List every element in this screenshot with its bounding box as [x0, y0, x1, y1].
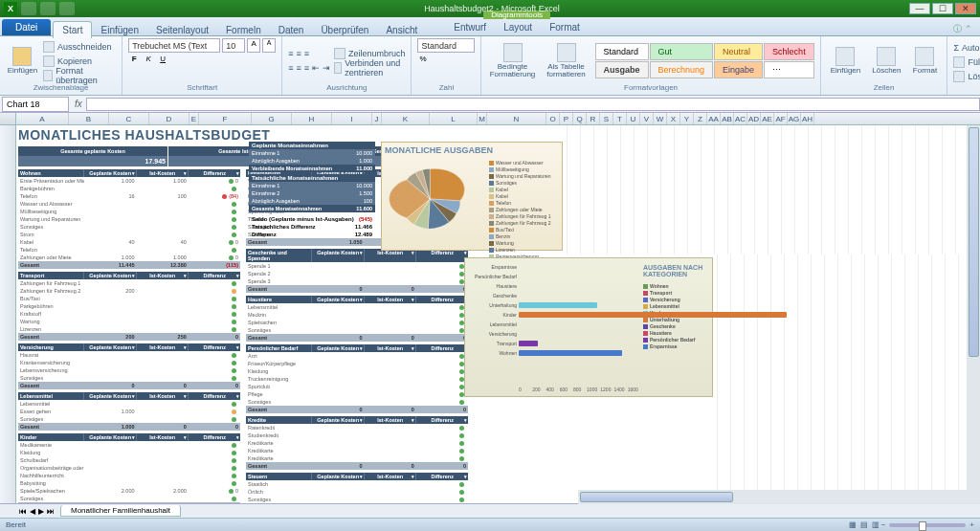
column-header[interactable]: B: [69, 113, 109, 124]
column-header[interactable]: Z: [694, 113, 707, 124]
zoom-slider[interactable]: [889, 523, 966, 527]
column-header[interactable]: Y: [680, 113, 694, 124]
table-row[interactable]: Trockenreinigung: [246, 375, 468, 383]
table-row[interactable]: Wartung und Reparaturen: [18, 215, 240, 223]
dropdown-icon[interactable]: Geplante Kosten: [83, 169, 136, 177]
dropdown-icon[interactable]: Ist-Kosten: [136, 272, 189, 279]
table-row[interactable]: Pflege: [246, 390, 468, 398]
dropdown-icon[interactable]: Ist-Kosten: [364, 296, 416, 303]
table-row[interactable]: Örtlich: [246, 488, 468, 496]
column-header[interactable]: AD: [747, 113, 761, 124]
close-button[interactable]: ✕: [955, 3, 976, 14]
column-header[interactable]: Q: [573, 113, 587, 124]
clear-button[interactable]: Löschen: [953, 70, 980, 83]
dropdown-icon[interactable]: Ist-Kosten: [136, 343, 189, 351]
number-format-select[interactable]: Standard: [417, 38, 475, 53]
italic-button[interactable]: K: [143, 55, 154, 63]
merge-center-button[interactable]: Verbinden und zentrieren: [334, 61, 406, 75]
column-header[interactable]: L: [430, 113, 478, 124]
table-row[interactable]: Staatlich: [246, 480, 468, 488]
column-header[interactable]: AF: [774, 113, 788, 124]
table-row[interactable]: Sonstiges: [246, 496, 468, 503]
vertical-scrollbar[interactable]: [967, 125, 980, 503]
table-row[interactable]: Sonstiges: [18, 415, 240, 423]
context-tab-layout[interactable]: Layout: [495, 19, 541, 35]
column-header[interactable]: O: [546, 113, 560, 124]
table-row[interactable]: Parkgebühren: [18, 302, 240, 310]
column-header[interactable]: M: [478, 113, 487, 124]
table-row[interactable]: Wasser und Abwasser: [18, 200, 240, 208]
dropdown-icon[interactable]: Differenz: [415, 344, 468, 352]
table-row[interactable]: Sonstiges: [18, 223, 240, 231]
maximize-button[interactable]: ☐: [932, 3, 953, 14]
table-row[interactable]: Sportclub: [246, 383, 468, 390]
dropdown-icon[interactable]: Ist-Kosten: [364, 249, 416, 262]
style-neutral[interactable]: Neutral: [714, 43, 763, 60]
column-header[interactable]: V: [640, 113, 654, 124]
dropdown-icon[interactable]: Differenz: [415, 473, 468, 480]
tab-nav-first-icon[interactable]: ⏮: [19, 507, 27, 516]
row-headers[interactable]: [0, 125, 16, 503]
dropdown-icon[interactable]: Geplante Kosten: [311, 296, 364, 303]
column-header[interactable]: A: [16, 113, 69, 124]
fill-button[interactable]: Füllbereich: [953, 55, 980, 69]
table-row[interactable]: Spende 2: [246, 270, 468, 277]
table-row[interactable]: Spende 1: [246, 262, 468, 270]
grow-font-icon[interactable]: A: [247, 38, 260, 53]
bold-button[interactable]: F: [128, 55, 140, 63]
view-layout-icon[interactable]: ▤: [860, 520, 868, 529]
table-row[interactable]: Telefon: [18, 246, 240, 254]
column-header[interactable]: AC: [734, 113, 747, 124]
table-row[interactable]: Ratenkredit: [246, 424, 468, 431]
dropdown-icon[interactable]: Geplante Kosten: [83, 392, 136, 400]
dropdown-icon[interactable]: Differenz: [415, 296, 468, 303]
column-header[interactable]: K: [382, 113, 430, 124]
table-row[interactable]: Strom: [18, 231, 240, 238]
font-name-select[interactable]: Trebuchet MS (Text: [128, 38, 220, 53]
tab-nav-next-icon[interactable]: ▶: [38, 507, 44, 516]
column-header[interactable]: G: [252, 113, 292, 124]
dropdown-icon[interactable]: Geplante Kosten: [311, 344, 364, 352]
table-row[interactable]: Studienkredit: [246, 431, 468, 439]
column-header[interactable]: W: [654, 113, 667, 124]
format-painter-button[interactable]: Format übertragen: [43, 69, 116, 82]
table-row[interactable]: Spende 3: [246, 277, 468, 285]
column-header[interactable]: AE: [761, 113, 774, 124]
context-tab-format[interactable]: Format: [541, 19, 589, 35]
paste-button[interactable]: Einfügen: [6, 45, 39, 77]
column-header[interactable]: F: [199, 113, 252, 124]
column-header[interactable]: S: [600, 113, 613, 124]
formula-input[interactable]: [86, 98, 980, 111]
table-row[interactable]: Kreditkarte: [246, 439, 468, 447]
table-row[interactable]: Hausrat: [18, 351, 240, 359]
style-more[interactable]: ⋯: [764, 61, 814, 78]
table-row[interactable]: Sonstiges: [18, 495, 240, 502]
align-right-icon[interactable]: ≡: [304, 63, 309, 73]
column-header[interactable]: H: [292, 113, 332, 124]
dropdown-icon[interactable]: Differenz: [415, 249, 468, 262]
zoom-in-button[interactable]: +: [969, 520, 974, 529]
table-row[interactable]: Organisationsbeiträge oder -gebühren: [18, 464, 240, 472]
align-left-icon[interactable]: ≡: [288, 63, 293, 73]
align-top-icon[interactable]: ≡: [288, 49, 293, 58]
style-calc[interactable]: Berechnung: [650, 61, 714, 78]
zoom-out-button[interactable]: −: [881, 520, 886, 529]
indent-inc-icon[interactable]: ⇥: [323, 63, 330, 73]
table-row[interactable]: Erste Präsentation oder Miete1.0001.0000: [18, 177, 240, 185]
dropdown-icon[interactable]: Geplante Kosten: [83, 343, 136, 351]
table-row[interactable]: Schulbedarf: [18, 456, 240, 464]
align-center-icon[interactable]: ≡: [296, 63, 301, 73]
dropdown-icon[interactable]: Differenz: [188, 343, 240, 351]
table-row[interactable]: Zahlungen für Fahrzeug 2200: [18, 287, 240, 295]
file-tab[interactable]: Datei: [2, 19, 51, 35]
percent-icon[interactable]: %: [419, 55, 426, 63]
table-row[interactable]: Wartung: [18, 318, 240, 325]
worksheet-area[interactable]: MONATLICHES HAUSHALTSBUDGET Gesamte gepl…: [16, 125, 980, 503]
view-normal-icon[interactable]: ▦: [849, 520, 857, 529]
dropdown-icon[interactable]: Ist-Kosten: [136, 433, 189, 441]
table-row[interactable]: Telefon16100(84): [18, 192, 240, 200]
indent-dec-icon[interactable]: ⇤: [312, 63, 320, 73]
horizontal-scrollbar[interactable]: [578, 490, 980, 504]
table-row[interactable]: Kabel40400: [18, 238, 240, 246]
column-header[interactable]: AH: [801, 113, 814, 124]
